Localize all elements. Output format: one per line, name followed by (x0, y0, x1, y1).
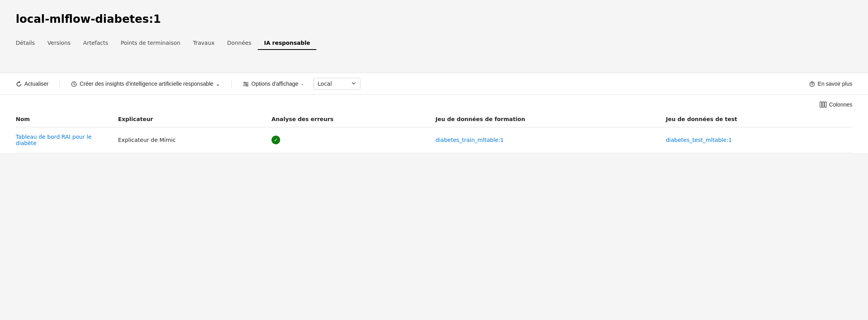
header-section: local-mlflow-diabetes:1 Détails Versions… (0, 0, 868, 49)
svg-rect-11 (822, 102, 824, 107)
tab-rai[interactable]: IA responsable (258, 37, 316, 49)
col-header-name: Nom (16, 111, 118, 127)
col-header-explicator: Explicateur (118, 111, 271, 127)
display-options-label: Options d'affichage (251, 81, 298, 87)
tab-versions[interactable]: Versions (41, 37, 77, 49)
svg-point-9 (812, 85, 812, 86)
dashboard-link[interactable]: Tableau de bord RAI pour le diabète (16, 134, 92, 146)
page-container: local-mlflow-diabetes:1 Détails Versions… (0, 0, 868, 320)
test-dataset-link[interactable]: diabetes_test_mltable:1 (666, 137, 732, 143)
local-select[interactable]: Local (313, 78, 360, 90)
local-chevron-icon (351, 81, 356, 87)
svg-point-1 (74, 84, 74, 85)
refresh-label: Actualiser (24, 81, 48, 87)
create-insights-chevron-icon: ⌄ (216, 81, 220, 87)
col-header-error-analysis: Analyse des erreurs (271, 111, 436, 127)
col-header-test-dataset: Jeu de données de test (666, 111, 852, 127)
table-row: Tableau de bord RAI pour le diabète Expl… (16, 127, 852, 153)
create-insights-label: Créer des insights d'intelligence artifi… (79, 81, 213, 87)
separator-1 (59, 80, 60, 88)
tab-artefacts[interactable]: Artefacts (77, 37, 114, 49)
content-section: Colonnes Nom Explicateur Analyse des err… (0, 95, 868, 153)
check-icon: ✓ (271, 136, 280, 144)
cell-name: Tableau de bord RAI pour le diabète (16, 127, 118, 153)
columns-icon (820, 101, 827, 108)
learn-more-icon (809, 80, 815, 87)
cell-training-dataset: diabetes_train_mltable:1 (436, 127, 666, 153)
tab-details[interactable]: Détails (16, 37, 41, 49)
svg-rect-12 (825, 102, 826, 107)
toolbar: Actualiser Créer des insights d'intellig… (0, 73, 868, 95)
svg-point-5 (244, 82, 246, 83)
table-header-row: Nom Explicateur Analyse des erreurs Jeu … (16, 111, 852, 127)
page-title: local-mlflow-diabetes:1 (16, 13, 852, 26)
svg-point-7 (247, 85, 248, 86)
nav-tabs: Détails Versions Artefacts Points de ter… (16, 37, 852, 49)
columns-label: Colonnes (829, 101, 852, 108)
cell-test-dataset: diabetes_test_mltable:1 (666, 127, 852, 153)
col-header-training-dataset: Jeu de données de formation (436, 111, 666, 127)
insights-icon (71, 80, 77, 87)
training-dataset-link[interactable]: diabetes_train_mltable:1 (436, 137, 504, 143)
data-table: Nom Explicateur Analyse des erreurs Jeu … (16, 111, 852, 153)
columns-row: Colonnes (16, 95, 852, 111)
cell-error-analysis: ✓ (271, 127, 436, 153)
svg-rect-10 (820, 102, 822, 107)
tab-data[interactable]: Données (221, 37, 258, 49)
learn-more-label: En savoir plus (818, 81, 852, 87)
separator-2 (231, 80, 232, 88)
columns-button[interactable]: Colonnes (820, 101, 852, 108)
refresh-icon (16, 80, 22, 87)
tab-endpoints[interactable]: Points de terminaison (115, 37, 187, 49)
learn-more-button[interactable]: En savoir plus (809, 79, 852, 88)
create-insights-button[interactable]: Créer des insights d'intelligence artifi… (71, 79, 220, 89)
refresh-button[interactable]: Actualiser (16, 79, 48, 89)
display-options-chevron-icon: ⌄ (301, 81, 304, 86)
tab-jobs[interactable]: Travaux (187, 37, 221, 49)
display-options-icon (243, 80, 249, 87)
local-label: Local (318, 81, 332, 87)
cell-explicator: Explicateur de Mimic (118, 127, 271, 153)
svg-point-6 (246, 83, 247, 85)
display-options-button[interactable]: Options d'affichage ⌄ (243, 79, 304, 88)
